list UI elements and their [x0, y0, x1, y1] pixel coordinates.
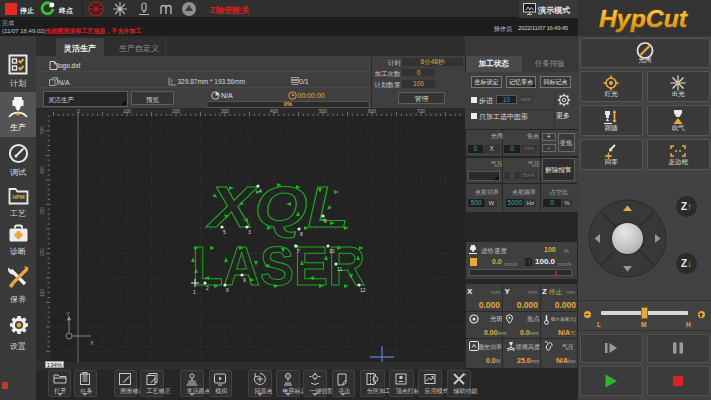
svg-text:11: 11	[337, 266, 342, 272]
svg-text:300: 300	[221, 109, 229, 114]
svg-text:200: 200	[172, 109, 180, 114]
svg-text:400: 400	[270, 109, 278, 114]
svg-text:300: 300	[40, 207, 45, 215]
svg-text:200: 200	[40, 248, 45, 256]
svg-text:Y: Y	[66, 311, 70, 317]
svg-text:500: 500	[40, 126, 45, 134]
svg-text:6: 6	[324, 218, 327, 224]
svg-text:600: 600	[368, 109, 376, 114]
svg-text:X: X	[90, 340, 94, 346]
svg-text:100: 100	[40, 289, 45, 297]
svg-text:6: 6	[226, 287, 229, 293]
svg-text:12: 12	[360, 287, 366, 293]
svg-text:5: 5	[223, 229, 226, 235]
svg-text:9: 9	[243, 277, 246, 283]
svg-text:400: 400	[40, 166, 45, 174]
svg-text:HPM: HPM	[12, 194, 25, 200]
svg-text:0: 0	[77, 109, 80, 114]
svg-text:HypCut: HypCut	[599, 5, 688, 32]
svg-text:8: 8	[300, 231, 303, 237]
svg-text:500: 500	[319, 109, 327, 114]
svg-text:1: 1	[193, 289, 196, 295]
svg-text:10: 10	[329, 248, 335, 254]
svg-text:100: 100	[123, 109, 131, 114]
svg-text:2: 2	[206, 285, 209, 291]
svg-text:7: 7	[297, 248, 300, 254]
svg-text:700: 700	[417, 109, 425, 114]
svg-text:4: 4	[259, 188, 262, 194]
svg-text:3: 3	[248, 229, 251, 235]
